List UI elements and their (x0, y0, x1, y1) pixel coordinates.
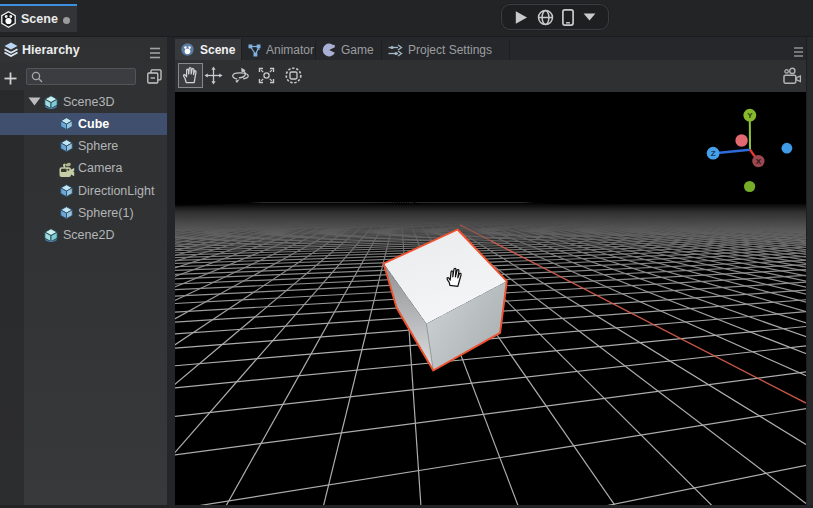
svg-text:Z: Z (711, 149, 716, 158)
svg-text:Y: Y (747, 111, 753, 120)
svg-text:X: X (756, 157, 762, 166)
